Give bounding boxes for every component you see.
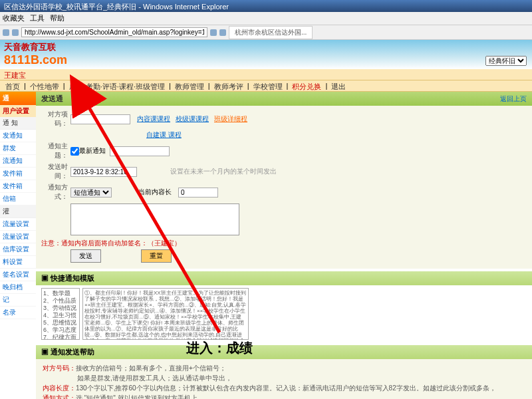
subject-checkbox-label: 最新通知 <box>79 146 106 156</box>
template-content-list[interactable]: ①、都主任印刷！你好！我是XX班主任王建宝。为了让您能按时接到了解子女的学习情况… <box>82 288 249 340</box>
browser-tab[interactable]: 杭州市余杭区信达外国... <box>229 26 313 39</box>
len-label: 当前内容长 <box>138 188 172 197</box>
nav-logout[interactable]: 退出 <box>329 82 348 90</box>
nav-points[interactable]: 积分兑换 <box>289 82 324 90</box>
tab-school[interactable]: 校级课课程 <box>176 114 209 124</box>
panel-header: 发送通 返回上页 <box>36 92 532 106</box>
brand-cn: 天音教育互联 <box>4 41 67 53</box>
help-header: ▣ 通知发送帮助 <box>36 345 532 359</box>
logo: 天音教育互联 8111B.com <box>4 41 67 67</box>
menu-tools[interactable]: 工具 <box>30 13 45 23</box>
form-area: 对方项码： 内容课课程 校级课课程 班级详细程 自建课 课程 通知主题： 最新通… <box>36 106 532 269</box>
url-input[interactable] <box>21 27 207 37</box>
template-category-list[interactable]: 1、数学题2、个性品质3、劳动情况 4、卫生习惯5、思维情况6、学习态度 7、纪… <box>41 288 80 340</box>
forward-icon[interactable] <box>12 29 19 36</box>
input-subject[interactable] <box>110 146 170 156</box>
panel-title: 发送通 <box>41 94 63 104</box>
sidebar-head: 通 <box>0 92 36 105</box>
reset-button[interactable]: 重置 <box>141 249 172 263</box>
menu-help[interactable]: 帮助 <box>50 13 65 23</box>
back-link[interactable]: 返回上页 <box>500 94 527 104</box>
menu-favorites[interactable]: 收藏夹 <box>3 13 25 23</box>
sidebar-item[interactable]: 发通知 <box>0 130 36 142</box>
sidebar-sub: 用户设置 <box>0 105 36 117</box>
select-method[interactable]: 短信通知 <box>70 188 112 198</box>
label-time: 发送时间： <box>41 162 70 181</box>
sidebar: 通 用户设置 通 知 发通知 群发 流通知 发件箱 发件箱 信箱 灌 流量设置 … <box>0 92 36 399</box>
sidebar-item[interactable]: 流量设置 <box>0 218 36 231</box>
menu-bar: 收藏夹 工具 帮助 <box>0 12 532 25</box>
back-icon[interactable] <box>3 29 9 36</box>
address-bar: 杭州市余杭区信达外国... <box>0 25 532 40</box>
stop-icon[interactable] <box>219 29 226 36</box>
main-content: 发送通 返回上页 对方项码： 内容课课程 校级课课程 班级详细程 自建课 课程 … <box>36 92 532 399</box>
sidebar-item[interactable]: 发件箱 <box>0 180 36 193</box>
signature-note: 注意：通知内容后面将自动加签名：（王建宝） <box>41 237 527 249</box>
label-method: 通知方式： <box>41 183 70 201</box>
nav-personal[interactable]: 个性地带 <box>27 82 62 90</box>
quick-template-body: 1、数学题2、个性品质3、劳动情况 4、卫生习惯5、思维情况6、学习态度 7、纪… <box>36 285 532 342</box>
input-target[interactable] <box>70 114 130 124</box>
tab-class[interactable]: 班级详细程 <box>214 114 247 124</box>
sidebar-cat-notify: 通 知 <box>0 117 36 130</box>
user-bar: 王建宝 <box>0 69 532 80</box>
tab-custom[interactable]: 自建课 课程 <box>146 130 182 140</box>
nav-teacher-eval[interactable]: 教师考评 <box>211 82 246 90</box>
content-textarea[interactable] <box>70 203 239 235</box>
label-target: 对方项码： <box>41 110 70 128</box>
refresh-icon[interactable] <box>210 29 217 36</box>
sidebar-item[interactable]: 信库设置 <box>0 243 36 256</box>
nav-teacher-mgmt[interactable]: 教师管理 <box>172 82 207 90</box>
sidebar-item[interactable]: 信箱 <box>0 193 36 205</box>
window-title: 区信达外国语学校_校讯通平台_经典怀旧 - Windows Internet E… <box>0 0 532 12</box>
nav-grades[interactable]: 成绩·考勤·评语·课程·班级管理 <box>66 82 168 90</box>
input-time[interactable] <box>70 167 137 177</box>
sidebar-item[interactable]: 记 <box>0 294 36 307</box>
time-note: 设置在未来一个月内的某个时间发出 <box>170 167 277 176</box>
help-body: 对方号码：接收方的信箱号；如果有多个，直接用+个信箱号； 如果是群发,请使用群发… <box>36 359 532 399</box>
sidebar-item[interactable]: 名录 <box>0 307 36 319</box>
sidebar-item[interactable]: 晚归档 <box>0 281 36 294</box>
theme-select[interactable]: 经典怀旧 <box>485 56 527 66</box>
main-nav: 首页| 个性地带| 成绩·考勤·评语·课程·班级管理| 教师管理| 教师考评| … <box>0 80 532 92</box>
sidebar-item[interactable]: 流量设置 <box>0 231 36 243</box>
sidebar-item[interactable]: 群发 <box>0 142 36 155</box>
sidebar-item[interactable]: 灌 <box>0 205 36 218</box>
nav-home[interactable]: 首页 <box>3 82 23 90</box>
brand-en: 8111B.com <box>4 53 67 67</box>
sidebar-item[interactable]: 料设置 <box>0 256 36 269</box>
send-button[interactable]: 发送 <box>70 249 101 263</box>
subject-checkbox[interactable] <box>70 147 79 156</box>
input-len <box>178 188 218 198</box>
sidebar-item[interactable]: 签名设置 <box>0 269 36 281</box>
label-subject: 通知主题： <box>41 142 70 160</box>
tab-content[interactable]: 内容课课程 <box>137 114 170 124</box>
quick-template-header: ▣ 快捷通知模版 <box>36 271 532 285</box>
nav-school-mgmt[interactable]: 学校管理 <box>251 82 285 90</box>
sidebar-item[interactable]: 流通知 <box>0 155 36 168</box>
sidebar-item[interactable]: 发件箱 <box>0 168 36 180</box>
banner: 天音教育互联 8111B.com 经典怀旧 <box>0 40 532 69</box>
annotation-text: 进入：成绩 <box>186 339 253 357</box>
